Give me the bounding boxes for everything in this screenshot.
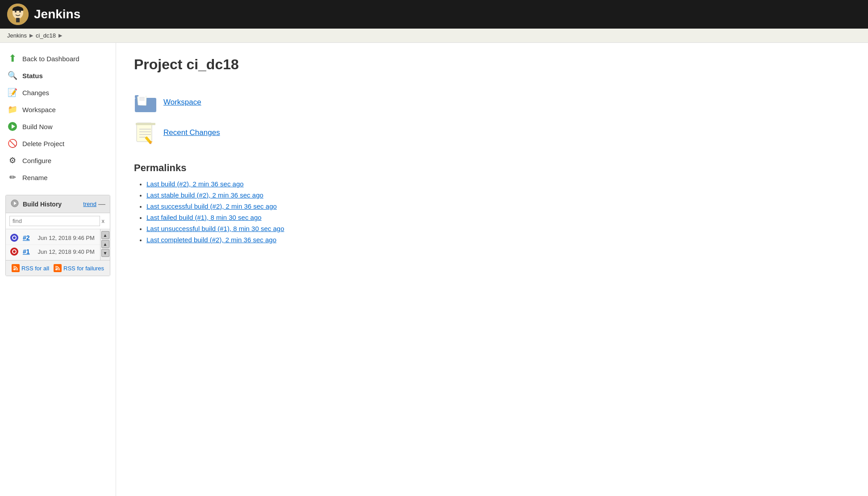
breadcrumb-ci-dc18[interactable]: ci_dc18 — [36, 32, 56, 39]
list-item: Last stable build (#2), 2 min 36 sec ago — [146, 191, 850, 199]
build-history-list: #2 Jun 12, 2018 9:46 PM #1 Jun 12, 2018 … — [6, 229, 100, 260]
jenkins-logo — [7, 4, 29, 25]
rss-failures-link[interactable]: RSS for failures — [54, 264, 104, 272]
rss-all-label: RSS for all — [21, 265, 49, 272]
sidebar-label-configure: Configure — [22, 157, 51, 164]
build-now-icon — [7, 121, 18, 132]
recent-changes-link[interactable]: Recent Changes — [163, 128, 220, 137]
build-status-blue-icon — [10, 234, 18, 242]
sidebar-item-build-now[interactable]: Build Now — [0, 118, 116, 135]
permalinks-list: Last build (#2), 2 min 36 sec ago Last s… — [134, 180, 850, 244]
changes-icon: 📝 — [7, 87, 18, 98]
rss-all-link[interactable]: RSS for all — [12, 264, 49, 272]
rename-icon: ✏ — [7, 172, 18, 183]
breadcrumb: Jenkins ▶ ci_dc18 ▶ — [0, 29, 868, 43]
build-2-date: Jun 12, 2018 9:46 PM — [38, 235, 95, 241]
last-build-link[interactable]: Last build (#2), 2 min 36 sec ago — [146, 180, 244, 188]
workspace-item: Workspace — [134, 91, 850, 114]
last-completed-build-link[interactable]: Last completed build (#2), 2 min 36 sec … — [146, 236, 276, 244]
build-history-title: Build History — [23, 201, 62, 208]
back-icon: ⬆ — [7, 53, 18, 64]
svg-point-2 — [15, 11, 17, 13]
find-clear-button[interactable]: x — [100, 218, 107, 224]
table-row: #2 Jun 12, 2018 9:46 PM — [6, 231, 100, 245]
last-unsuccessful-build-link[interactable]: Last unsuccessful build (#1), 8 min 30 s… — [146, 225, 284, 232]
rss-failures-label: RSS for failures — [63, 265, 104, 272]
sidebar: ⬆ Back to Dashboard 🔍 Status 📝 Changes 📁… — [0, 43, 116, 496]
sidebar-item-workspace[interactable]: 📁 Workspace — [0, 101, 116, 118]
last-successful-build-link[interactable]: Last successful build (#2), 2 min 36 sec… — [146, 202, 277, 210]
svg-rect-4 — [16, 18, 20, 22]
table-row: #1 Jun 12, 2018 9:40 PM — [6, 245, 100, 258]
last-failed-build-link[interactable]: Last failed build (#1), 8 min 30 sec ago — [146, 214, 262, 221]
workspace-icon: 📁 — [7, 104, 18, 115]
find-input-container: x — [6, 213, 110, 229]
sidebar-label-status: Status — [22, 72, 43, 80]
recent-changes-icon — [134, 121, 157, 144]
svg-rect-21 — [137, 123, 152, 142]
list-item: Last failed build (#1), 8 min 30 sec ago — [146, 214, 850, 221]
build-history-find-input[interactable] — [9, 216, 100, 226]
header: Jenkins — [0, 0, 868, 29]
build-1-date: Jun 12, 2018 9:40 PM — [38, 248, 95, 255]
build-history-panel: Build History trend — x — [5, 195, 110, 276]
configure-icon: ⚙ — [7, 155, 18, 166]
workspace-folder-icon — [134, 91, 157, 114]
rss-all-icon — [12, 264, 20, 272]
build-history-header-left: Build History — [10, 199, 62, 209]
delete-icon: 🚫 — [7, 138, 18, 149]
build-history-scrollbar: ▲ ▲ ▼ — [100, 229, 110, 260]
sidebar-item-changes[interactable]: 📝 Changes — [0, 84, 116, 101]
status-icon: 🔍 — [7, 70, 18, 81]
content-area: Project ci_dc18 — [116, 43, 868, 496]
list-item: Last successful build (#2), 2 min 36 sec… — [146, 202, 850, 210]
main-layout: ⬆ Back to Dashboard 🔍 Status 📝 Changes 📁… — [0, 43, 868, 496]
sidebar-item-configure[interactable]: ⚙ Configure — [0, 152, 116, 169]
svg-point-11 — [13, 269, 15, 270]
breadcrumb-sep-1: ▶ — [29, 33, 33, 38]
build-history-body: #2 Jun 12, 2018 9:46 PM #1 Jun 12, 2018 … — [6, 229, 110, 260]
build-history-icon — [10, 199, 19, 209]
scroll-down-arrow[interactable]: ▼ — [101, 249, 109, 257]
sidebar-label-delete: Delete Project — [22, 140, 64, 147]
svg-point-13 — [55, 269, 57, 270]
build-history-trend-link[interactable]: trend — [83, 201, 96, 207]
sidebar-label-changes: Changes — [22, 89, 49, 97]
sidebar-item-back-to-dashboard[interactable]: ⬆ Back to Dashboard — [0, 50, 116, 67]
sidebar-item-status[interactable]: 🔍 Status — [0, 67, 116, 84]
scroll-mid-arrow[interactable]: ▲ — [101, 240, 109, 248]
build-status-red-icon — [10, 248, 18, 256]
svg-rect-22 — [136, 123, 155, 125]
app-title: Jenkins — [34, 7, 80, 21]
last-stable-build-link[interactable]: Last stable build (#2), 2 min 36 sec ago — [146, 191, 263, 199]
build-2-link[interactable]: #2 — [23, 234, 30, 241]
breadcrumb-sep-2: ▶ — [58, 33, 62, 38]
sidebar-label-rename: Rename — [22, 174, 48, 181]
sidebar-label-workspace: Workspace — [22, 106, 56, 113]
sidebar-label-back: Back to Dashboard — [22, 55, 79, 63]
page-title: Project ci_dc18 — [134, 56, 850, 73]
content-icons-row: Workspace — [134, 91, 850, 144]
rss-failures-icon — [54, 264, 62, 272]
sidebar-item-rename[interactable]: ✏ Rename — [0, 169, 116, 186]
list-item: Last unsuccessful build (#1), 8 min 30 s… — [146, 225, 850, 232]
list-item: Last build (#2), 2 min 36 sec ago — [146, 180, 850, 188]
list-item: Last completed build (#2), 2 min 36 sec … — [146, 236, 850, 244]
recent-changes-item: Recent Changes — [134, 121, 850, 144]
scroll-up-arrow[interactable]: ▲ — [101, 231, 109, 239]
build-list: #2 Jun 12, 2018 9:46 PM #1 Jun 12, 2018 … — [6, 229, 100, 260]
build-history-footer: RSS for all RSS for failures — [6, 260, 110, 276]
svg-point-3 — [19, 11, 21, 13]
sidebar-item-delete-project[interactable]: 🚫 Delete Project — [0, 135, 116, 152]
build-history-actions: trend — — [83, 200, 105, 208]
build-history-header: Build History trend — — [6, 195, 110, 213]
permalinks-title: Permalinks — [134, 162, 850, 174]
breadcrumb-jenkins[interactable]: Jenkins — [7, 32, 27, 39]
sidebar-label-build-now: Build Now — [22, 123, 53, 130]
build-history-dash: — — [98, 200, 105, 208]
build-1-link[interactable]: #1 — [23, 248, 30, 255]
workspace-link[interactable]: Workspace — [163, 98, 201, 107]
